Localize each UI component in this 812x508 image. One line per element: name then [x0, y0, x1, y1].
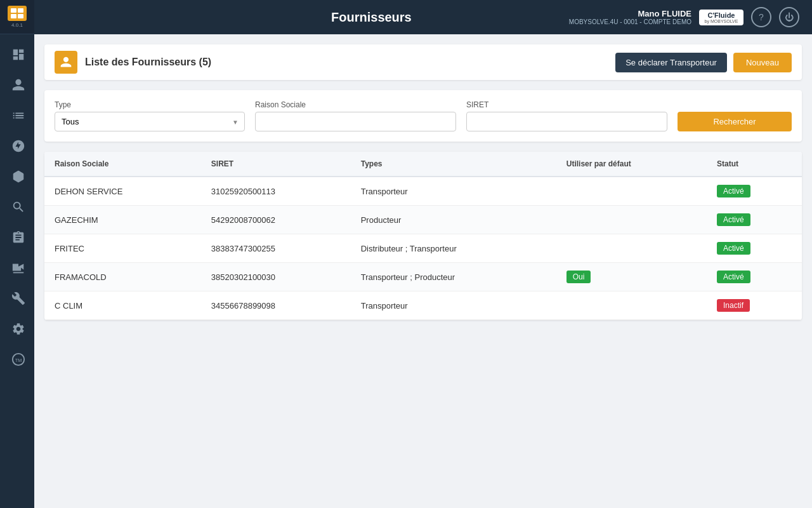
power-button[interactable]: ⏻ — [779, 7, 799, 27]
header-logo-sub: by MOBYSOLVE — [705, 19, 738, 23]
page-header: Liste des Fournisseurs (5) Se déclarer T… — [44, 44, 802, 80]
cell-types: Producteur — [351, 206, 556, 234]
sidebar-item-factory[interactable] — [0, 253, 34, 283]
cell-siret: 38520302100030 — [201, 263, 351, 291]
col-raison: Raison Sociale — [44, 152, 201, 177]
page-header-right: Se déclarer Transporteur Nouveau — [615, 53, 792, 72]
cell-raison: DEHON SERVICE — [44, 177, 201, 206]
svg-rect-3 — [18, 14, 23, 18]
col-default: Utiliser par défaut — [556, 152, 707, 177]
svg-rect-0 — [11, 8, 16, 13]
filter-raison-field: Raison Sociale — [255, 100, 456, 131]
sidebar-logo: 4.0.1 — [0, 0, 34, 34]
status-badge: Activé — [717, 213, 750, 226]
header: Fournisseurs Mano FLUIDE MOBYSOLVE.4U - … — [34, 0, 812, 34]
content-area: Liste des Fournisseurs (5) Se déclarer T… — [34, 34, 812, 508]
table-row[interactable]: DEHON SERVICE 31025920500113 Transporteu… — [44, 177, 802, 206]
cell-siret: 31025920500113 — [201, 177, 351, 206]
page-header-left: Liste des Fournisseurs (5) — [55, 51, 211, 74]
table-row[interactable]: FRITEC 38383747300255 Distributeur ; Tra… — [44, 234, 802, 263]
header-user-info: Mano FLUIDE MOBYSOLVE.4U - 0001 - COMPTE… — [569, 9, 691, 25]
table: Raison Sociale SIRET Types Utiliser par … — [44, 152, 802, 320]
sidebar: 4.0.1 — [0, 0, 34, 508]
col-siret: SIRET — [201, 152, 351, 177]
cell-default — [556, 177, 707, 206]
type-label: Type — [55, 100, 245, 109]
filter-row: Type Tous Transporteur Producteur Distri… — [55, 100, 792, 131]
fournisseurs-table: Raison Sociale SIRET Types Utiliser par … — [44, 152, 802, 320]
filter-search-field: Rechercher — [678, 100, 792, 131]
cell-types: Transporteur ; Producteur — [351, 263, 556, 291]
cell-statut: Activé — [707, 263, 802, 291]
cell-default — [556, 206, 707, 234]
svg-rect-1 — [18, 8, 23, 13]
header-right: Mano FLUIDE MOBYSOLVE.4U - 0001 - COMPTE… — [569, 7, 799, 27]
help-button[interactable]: ? — [751, 7, 771, 27]
table-row[interactable]: C CLIM 34556678899098 Transporteur Inact… — [44, 291, 802, 320]
page-header-icon — [55, 51, 77, 74]
sidebar-nav: TM — [0, 34, 34, 508]
sidebar-item-list[interactable] — [0, 100, 34, 131]
sidebar-item-wrench[interactable] — [0, 283, 34, 314]
cell-raison: FRAMACOLD — [44, 263, 201, 291]
header-logo-box: C'Fluide by MOBYSOLVE — [699, 10, 743, 25]
filter-type-field: Type Tous Transporteur Producteur Distri… — [55, 100, 245, 131]
cell-raison: C CLIM — [44, 291, 201, 320]
col-types: Types — [351, 152, 556, 177]
cell-statut: Activé — [707, 206, 802, 234]
raison-input[interactable] — [255, 112, 456, 131]
sidebar-item-search[interactable] — [0, 192, 34, 222]
sidebar-item-settings[interactable] — [0, 314, 34, 344]
type-select[interactable]: Tous Transporteur Producteur Distributeu… — [55, 112, 245, 131]
default-badge: Oui — [566, 271, 591, 283]
status-badge: Inactif — [717, 299, 750, 312]
table-body: DEHON SERVICE 31025920500113 Transporteu… — [44, 177, 802, 320]
cell-default — [556, 234, 707, 263]
cell-default — [556, 291, 707, 320]
raison-label: Raison Sociale — [255, 100, 456, 109]
col-statut: Statut — [707, 152, 802, 177]
cell-siret: 34556678899098 — [201, 291, 351, 320]
header-user-name: Mano FLUIDE — [569, 9, 691, 18]
status-badge: Activé — [717, 242, 750, 255]
svg-rect-2 — [11, 14, 16, 18]
sidebar-item-clipboard[interactable] — [0, 222, 34, 253]
sidebar-item-track[interactable]: TM — [0, 344, 34, 375]
cell-raison: FRITEC — [44, 234, 201, 263]
sidebar-item-workers[interactable] — [0, 70, 34, 100]
filter-siret-field: SIRET — [466, 100, 667, 131]
app-logo-icon — [8, 6, 27, 21]
cell-statut: Activé — [707, 177, 802, 206]
cell-default: Oui — [556, 263, 707, 291]
sidebar-item-dashboard[interactable] — [0, 39, 34, 70]
siret-label: SIRET — [466, 100, 667, 109]
cell-siret: 54292008700062 — [201, 206, 351, 234]
cell-types: Transporteur — [351, 291, 556, 320]
status-badge: Activé — [717, 271, 750, 283]
cell-siret: 38383747300255 — [201, 234, 351, 263]
table-header-row: Raison Sociale SIRET Types Utiliser par … — [44, 152, 802, 177]
cell-types: Transporteur — [351, 177, 556, 206]
new-button[interactable]: Nouveau — [733, 53, 792, 72]
cell-statut: Inactif — [707, 291, 802, 320]
status-badge: Activé — [717, 185, 750, 197]
table-row[interactable]: FRAMACOLD 38520302100030 Transporteur ; … — [44, 263, 802, 291]
cell-raison: GAZECHIM — [44, 206, 201, 234]
siret-input[interactable] — [466, 112, 667, 131]
sidebar-item-gauge[interactable] — [0, 131, 34, 161]
search-button[interactable]: Rechercher — [678, 112, 792, 131]
cell-types: Distributeur ; Transporteur — [351, 234, 556, 263]
table-row[interactable]: GAZECHIM 54292008700062 Producteur Activ… — [44, 206, 802, 234]
declare-transport-button[interactable]: Se déclarer Transporteur — [615, 53, 727, 72]
cell-statut: Activé — [707, 234, 802, 263]
page-header-title: Liste des Fournisseurs (5) — [85, 57, 211, 68]
app-version: 4.0.1 — [11, 22, 23, 28]
header-title: Fournisseurs — [174, 10, 569, 25]
header-user-sub: MOBYSOLVE.4U - 0001 - COMPTE DEMO — [569, 18, 691, 25]
type-select-wrapper: Tous Transporteur Producteur Distributeu… — [55, 112, 245, 131]
svg-text:TM: TM — [15, 358, 22, 363]
table-head: Raison Sociale SIRET Types Utiliser par … — [44, 152, 802, 177]
header-logo-text: C'Fluide — [708, 11, 735, 19]
sidebar-item-box[interactable] — [0, 161, 34, 192]
main-area: Fournisseurs Mano FLUIDE MOBYSOLVE.4U - … — [34, 0, 812, 508]
